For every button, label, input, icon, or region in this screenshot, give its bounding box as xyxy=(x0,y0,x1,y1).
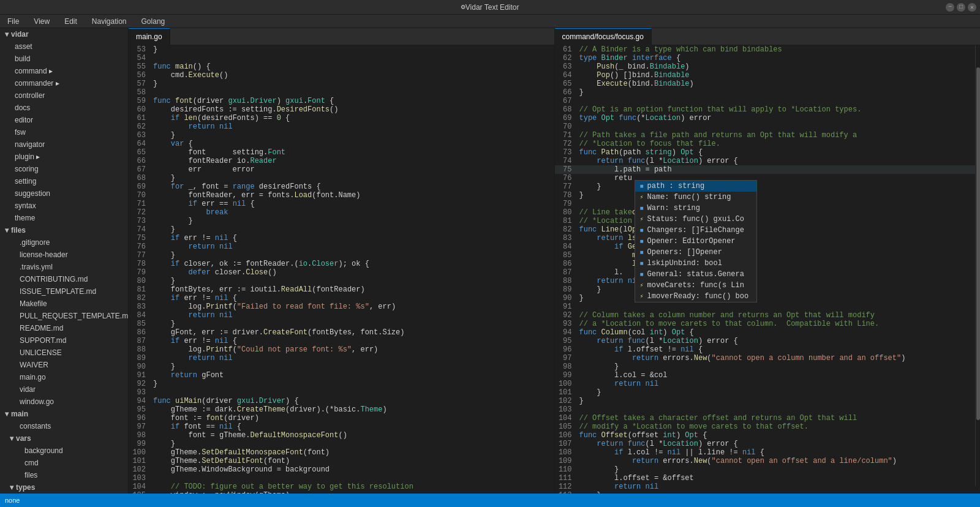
sidebar-vidar-header[interactable]: ▾ vidar xyxy=(0,28,128,40)
autocomplete-popup[interactable]: ■ path : string ⚡ Name: func() string ■ … xyxy=(635,180,757,302)
sidebar-main-label: main xyxy=(11,410,28,418)
vidar-arrow-icon: ▾ xyxy=(5,30,9,39)
sidebar-item-gitignore[interactable]: .gitignore xyxy=(0,236,128,249)
sidebar-item-setting[interactable]: setting xyxy=(0,175,128,187)
sidebar-item-suggestion[interactable]: suggestion xyxy=(0,187,128,200)
sidebar-item-readme[interactable]: README.md xyxy=(0,322,128,334)
sidebar-item-plugin[interactable]: plugin ▸ xyxy=(0,151,128,163)
sidebar-item-controller[interactable]: controller xyxy=(0,89,128,102)
ac-item-lmoverready[interactable]: ⚡ lmoverReady: func() boo xyxy=(635,291,756,302)
menu-view[interactable]: View xyxy=(31,16,52,27)
sidebar-item-scoring[interactable]: scoring xyxy=(0,163,128,175)
ac-item-lskipunbind[interactable]: ■ lskipUnbind: bool xyxy=(635,258,756,269)
ac-item-warn[interactable]: ■ Warn: string xyxy=(635,203,756,214)
ac-item-label: Name: func() string xyxy=(647,193,731,201)
ac-item-movecarets[interactable]: ⚡ moveCarets: func(s Lin xyxy=(635,280,756,291)
ac-item-path[interactable]: ■ path : string xyxy=(635,181,756,192)
table-row: 105 window := newWindow(gTheme) xyxy=(129,491,554,494)
window-controls[interactable]: − □ ✕ xyxy=(946,3,976,12)
maximize-button[interactable]: □ xyxy=(957,3,965,12)
left-code-container[interactable]: 53} 54 55func main() { 56 cmd.Execute() … xyxy=(129,45,554,494)
menu-golang[interactable]: Golang xyxy=(139,16,168,27)
right-scrollbar-track[interactable] xyxy=(975,45,980,486)
menu-file[interactable]: File xyxy=(5,16,21,27)
sidebar-item-theme[interactable]: theme xyxy=(0,212,128,224)
sidebar-item-pr-template[interactable]: PULL_REQUEST_TEMPLATE.m xyxy=(0,310,128,322)
ac-item-label: moveCarets: func(s Lin xyxy=(647,281,744,290)
right-code-container[interactable]: 61// A Binder is a type which can bind b… xyxy=(555,45,981,494)
sidebar-item-main-go[interactable]: main.go xyxy=(0,371,128,383)
ac-item-label: Status: func() gxui.Co xyxy=(647,215,744,223)
sidebar-item-navigator[interactable]: navigator xyxy=(0,138,128,151)
table-row: 67 xyxy=(555,97,981,105)
ac-item-openers[interactable]: ■ Openers: []Opener xyxy=(635,247,756,258)
right-tab-focus-go[interactable]: command/focus/focus.go xyxy=(555,28,652,45)
sidebar-item-vidar[interactable]: vidar xyxy=(0,383,128,396)
sidebar-item-contributing[interactable]: CONTRIBUTING.md xyxy=(0,273,128,285)
ac-item-general[interactable]: ■ General: status.Genera xyxy=(635,269,756,280)
status-text: none xyxy=(5,497,20,504)
sidebar-item-asset[interactable]: asset xyxy=(0,40,128,53)
app-icon: ⚙ xyxy=(461,2,466,12)
sidebar-main-header[interactable]: ▾ main xyxy=(0,408,128,420)
sidebar-item-fsw[interactable]: fsw xyxy=(0,126,128,138)
table-row: 112 return nil xyxy=(555,483,981,491)
table-row: 93 xyxy=(129,388,554,397)
minimize-button[interactable]: − xyxy=(946,3,954,12)
table-row: 100 return nil xyxy=(555,380,981,388)
sidebar-item-waiver[interactable]: WAIVER xyxy=(0,359,128,371)
sidebar-types-header[interactable]: ▾ types xyxy=(0,481,128,494)
sidebar-item-syntax[interactable]: syntax xyxy=(0,200,128,212)
table-row: 69 for _, font = range desiredFonts { xyxy=(129,182,554,191)
ac-item-opener[interactable]: ■ Opener: EditorOpener xyxy=(635,236,756,247)
left-code-lines: 53} 54 55func main() { 56 cmd.Execute() … xyxy=(129,45,554,494)
ac-item-status[interactable]: ⚡ Status: func() gxui.Co xyxy=(635,214,756,225)
sidebar-files-header[interactable]: ▾ files xyxy=(0,224,128,236)
table-row: 93// a *Location to move carets to that … xyxy=(555,320,981,328)
table-row: 65 Execute(bind.Bindable) xyxy=(555,80,981,88)
sidebar-item-license-header[interactable]: license-header xyxy=(0,249,128,261)
table-row: 59func font(driver gxui.Driver) gxui.Fon… xyxy=(129,97,554,105)
sidebar-item-makefile[interactable]: Makefile xyxy=(0,298,128,310)
table-row: 81 fontBytes, err := ioutil.ReadAll(font… xyxy=(129,285,554,294)
table-row: 94func Column(col int) Opt { xyxy=(555,328,981,337)
table-row: 91 return gFont xyxy=(129,371,554,380)
sidebar-item-support[interactable]: SUPPORT.md xyxy=(0,334,128,347)
sidebar-item-editor[interactable]: editor xyxy=(0,114,128,126)
table-row: 102 gTheme.WindowBackground = background xyxy=(129,465,554,474)
close-button[interactable]: ✕ xyxy=(968,3,976,12)
sidebar-item-command[interactable]: command ▸ xyxy=(0,65,128,77)
left-tab-main-go[interactable]: main.go xyxy=(129,28,170,45)
sidebar-item-constants[interactable]: constants xyxy=(0,420,128,432)
sidebar-item-build[interactable]: build xyxy=(0,53,128,65)
ac-item-label: path : string xyxy=(647,182,705,190)
table-row: 105// modify a *Location to move carets … xyxy=(555,423,981,431)
table-row: 56 cmd.Execute() xyxy=(129,71,554,80)
table-row: 57} xyxy=(129,80,554,88)
main-layout: ▾ vidar asset build command ▸ commander … xyxy=(0,28,980,494)
sidebar-item-unlicense[interactable]: UNLICENSE xyxy=(0,347,128,359)
sidebar-item-issue-template[interactable]: ISSUE_TEMPLATE.md xyxy=(0,285,128,298)
ac-item-changers[interactable]: ■ Changers: []FileChange xyxy=(635,225,756,236)
sidebar-item-background[interactable]: background xyxy=(0,445,128,457)
sidebar-item-window-go[interactable]: window.go xyxy=(0,396,128,408)
sidebar-item-docs[interactable]: docs xyxy=(0,102,128,114)
right-scrollbar-thumb[interactable] xyxy=(976,67,980,420)
ac-item-name[interactable]: ⚡ Name: func() string xyxy=(635,192,756,203)
left-editor-pane: main.go 53} 54 55func main() { 56 cmd.Ex… xyxy=(129,28,555,494)
table-row: 66 fontReader io.Reader xyxy=(129,157,554,165)
menu-navigation[interactable]: Navigation xyxy=(89,16,129,27)
table-row: 97 return errors.New("cannot open a colu… xyxy=(555,354,981,362)
left-tab-label: main.go xyxy=(136,32,162,41)
table-row: 73func Path(path string) Opt { xyxy=(555,148,981,157)
sidebar-vars-header[interactable]: ▾ vars xyxy=(0,432,128,445)
sidebar-item-files[interactable]: files xyxy=(0,469,128,481)
table-row: 101 gTheme.SetDefaultFont(font) xyxy=(129,457,554,465)
menu-bar: File View Edit Navigation Golang xyxy=(0,15,980,28)
sidebar-item-commander[interactable]: commander ▸ xyxy=(0,77,128,89)
table-row: 106func Offset(offset int) Opt { xyxy=(555,431,981,440)
sidebar-item-travis[interactable]: .travis.yml xyxy=(0,261,128,273)
menu-edit[interactable]: Edit xyxy=(62,16,80,27)
status-bar: none xyxy=(0,494,980,507)
sidebar-item-cmd[interactable]: cmd xyxy=(0,457,128,469)
